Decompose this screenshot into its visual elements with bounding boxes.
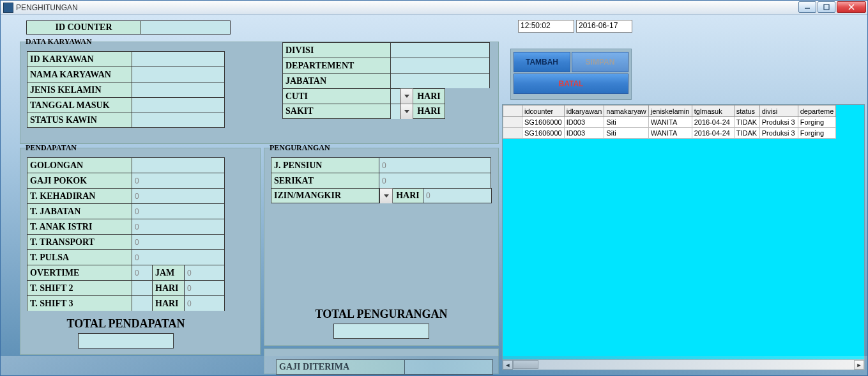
table-row[interactable]: SG1606000ID003SitiWANITA2016-04-24TIDAKP… bbox=[503, 128, 836, 139]
golongan-input[interactable] bbox=[132, 157, 225, 173]
grid-cell[interactable]: ID003 bbox=[564, 117, 604, 128]
id-karyawan-input[interactable] bbox=[132, 51, 225, 67]
shift3-qty[interactable] bbox=[132, 295, 153, 311]
jabatan-label: JABATAN bbox=[282, 73, 391, 88]
tambah-button[interactable]: TAMBAH bbox=[514, 52, 570, 72]
shift3-unit: HARI bbox=[153, 295, 185, 311]
cuti-hari-label: HARI bbox=[413, 88, 445, 104]
gaji-pokok-input[interactable]: 0 bbox=[132, 173, 225, 188]
golongan-label: GOLONGAN bbox=[27, 157, 132, 173]
shift3-val[interactable]: 0 bbox=[185, 295, 225, 311]
shift2-val[interactable]: 0 bbox=[185, 280, 225, 295]
grid-cell[interactable]: TIDAK bbox=[734, 128, 759, 139]
sakit-dropdown-icon[interactable] bbox=[400, 104, 413, 119]
pulsa-input[interactable]: 0 bbox=[132, 249, 225, 265]
grid-cell[interactable] bbox=[503, 128, 522, 139]
gaji-diterima-label: GAJI DITERIMA bbox=[276, 359, 405, 375]
pengurangan-fieldset: PENGURANGAN J. PENSIUN0 SERIKAT0 IZIN/MA… bbox=[264, 148, 499, 346]
grid-header[interactable]: divisi bbox=[759, 106, 798, 117]
data-karyawan-fieldset: DATA KARYAWAN ID KARYAWAN NAMA KARYAWAN … bbox=[20, 42, 499, 144]
grid-cell[interactable]: 2016-04-24 bbox=[692, 128, 734, 139]
jpensiun-input[interactable]: 0 bbox=[379, 157, 491, 173]
grid-cell[interactable]: ID003 bbox=[564, 128, 604, 139]
window-title: PENGHITUNGAN bbox=[16, 3, 78, 12]
anak-label: T. ANAK ISTRI bbox=[27, 219, 132, 234]
kehadiran-label: T. KEHADIRAN bbox=[27, 188, 132, 203]
simpan-button[interactable]: SIMPAN bbox=[572, 52, 628, 72]
pendapatan-fieldset: PENDAPATAN GOLONGAN GAJI POKOK0 T. KEHAD… bbox=[20, 148, 261, 355]
jk-input[interactable] bbox=[132, 82, 225, 97]
grid-cell[interactable]: WANITA bbox=[648, 117, 692, 128]
grid-header[interactable]: idkaryawan bbox=[564, 106, 604, 117]
izin-label: IZIN/MANGKIR bbox=[271, 188, 379, 203]
total-pengurangan-label: TOTAL PENGURANGAN bbox=[264, 308, 498, 321]
grid-header[interactable]: departeme bbox=[798, 106, 836, 117]
grid-cell[interactable]: Forging bbox=[798, 117, 836, 128]
status-input[interactable] bbox=[132, 113, 225, 128]
cuti-combo[interactable] bbox=[391, 88, 400, 104]
grid-cell[interactable]: Siti bbox=[604, 128, 648, 139]
grid-cell[interactable]: WANITA bbox=[648, 128, 692, 139]
grid-cell[interactable]: TIDAK bbox=[734, 117, 759, 128]
shift2-qty[interactable] bbox=[132, 280, 153, 295]
sakit-combo[interactable] bbox=[391, 104, 400, 119]
batal-button[interactable]: BATAL bbox=[514, 74, 628, 94]
nama-input[interactable] bbox=[132, 67, 225, 82]
divisi-input[interactable] bbox=[391, 42, 490, 58]
overtime-unit: JAM bbox=[153, 265, 185, 280]
overtime-val[interactable]: 0 bbox=[185, 265, 225, 280]
nama-label: NAMA KARYAWAN bbox=[27, 67, 132, 82]
gaji-pokok-label: GAJI POKOK bbox=[27, 173, 132, 188]
grid-header[interactable]: status bbox=[734, 106, 759, 117]
pendapatan-title: PENDAPATAN bbox=[24, 143, 78, 153]
grid-cell[interactable]: Produksi 3 bbox=[759, 128, 798, 139]
serikat-label: SERIKAT bbox=[271, 173, 379, 188]
close-button[interactable] bbox=[837, 1, 866, 13]
grid-table[interactable]: idcounteridkaryawannamakaryawjeniskelami… bbox=[503, 105, 836, 139]
scroll-thumb[interactable] bbox=[513, 360, 538, 369]
kehadiran-input[interactable]: 0 bbox=[132, 188, 225, 203]
grid-cell[interactable] bbox=[503, 117, 522, 128]
grid-cell[interactable]: SG1606000 bbox=[522, 117, 565, 128]
transport-input[interactable]: 0 bbox=[132, 234, 225, 249]
cuti-dropdown-icon[interactable] bbox=[400, 88, 413, 104]
serikat-input[interactable]: 0 bbox=[379, 173, 491, 188]
grid-cell[interactable]: SG1606000 bbox=[522, 128, 565, 139]
minimize-button[interactable] bbox=[798, 1, 816, 13]
izin-val[interactable]: 0 bbox=[423, 188, 492, 203]
status-label: STATUS KAWIN bbox=[27, 113, 132, 128]
shift3-label: T. SHIFT 3 bbox=[27, 295, 132, 311]
scroll-left-icon[interactable]: ◄ bbox=[503, 360, 513, 370]
grid-header[interactable]: namakaryaw bbox=[604, 106, 648, 117]
grid-cell[interactable]: Forging bbox=[798, 128, 836, 139]
izin-dropdown-icon[interactable] bbox=[380, 188, 393, 203]
grid-header[interactable]: idcounter bbox=[522, 106, 565, 117]
grid-header[interactable]: jeniskelamin bbox=[648, 106, 692, 117]
gaji-diterima-input[interactable] bbox=[405, 359, 493, 375]
scroll-right-icon[interactable]: ► bbox=[854, 360, 864, 370]
grid-header[interactable]: tglmasuk bbox=[692, 106, 734, 117]
anak-input[interactable]: 0 bbox=[132, 219, 225, 234]
overtime-qty[interactable]: 0 bbox=[132, 265, 153, 280]
data-grid[interactable]: idcounteridkaryawannamakaryawjeniskelami… bbox=[502, 104, 865, 370]
transport-label: T. TRANSPORT bbox=[27, 234, 132, 249]
id-counter-group: ID COUNTER bbox=[26, 20, 231, 35]
dept-input[interactable] bbox=[391, 58, 490, 73]
tgl-input[interactable] bbox=[132, 97, 225, 113]
svg-rect-1 bbox=[824, 4, 829, 10]
maximize-button[interactable] bbox=[818, 1, 835, 13]
horizontal-scrollbar[interactable]: ◄ ► bbox=[503, 359, 864, 370]
app-icon bbox=[3, 3, 13, 13]
grid-cell[interactable]: 2016-04-24 bbox=[692, 117, 734, 128]
total-pendapatan-input[interactable] bbox=[78, 333, 174, 349]
grid-header[interactable] bbox=[503, 106, 522, 117]
jabatan-input[interactable] bbox=[391, 73, 490, 88]
grid-cell[interactable]: Siti bbox=[604, 117, 648, 128]
jabatan-t-input[interactable]: 0 bbox=[132, 203, 225, 219]
id-counter-input[interactable] bbox=[141, 20, 231, 35]
table-row[interactable]: SG1606000ID003SitiWANITA2016-04-24TIDAKP… bbox=[503, 117, 836, 128]
grid-cell[interactable]: Produksi 3 bbox=[759, 117, 798, 128]
izin-hari-label: HARI bbox=[393, 188, 423, 203]
total-pengurangan-input[interactable] bbox=[333, 324, 429, 339]
id-counter-label: ID COUNTER bbox=[26, 20, 141, 35]
